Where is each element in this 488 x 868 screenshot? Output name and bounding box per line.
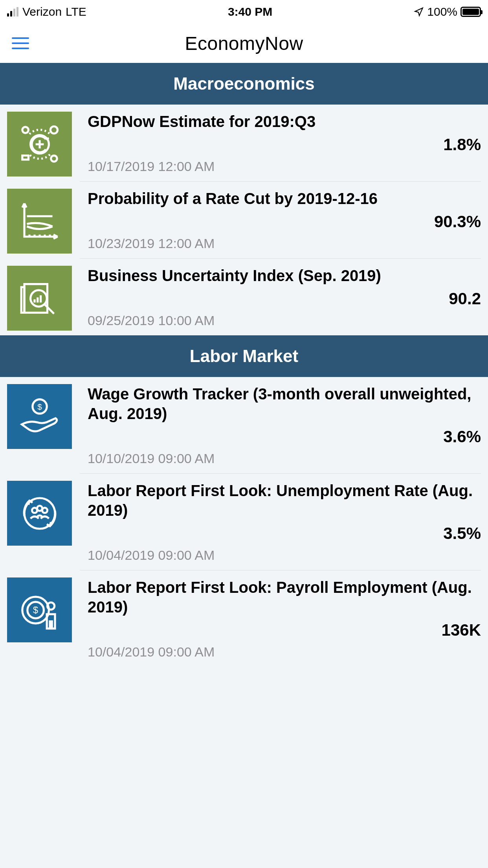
svg-text:$: $ <box>37 402 42 411</box>
list-item[interactable]: GDPNow Estimate for 2019:Q3 1.8% 10/17/2… <box>0 105 488 182</box>
status-right: 100% <box>414 5 481 18</box>
section-list-macroeconomics: GDPNow Estimate for 2019:Q3 1.8% 10/17/2… <box>0 105 488 335</box>
status-time: 3:40 PM <box>228 5 272 18</box>
chart-icon <box>7 189 72 254</box>
list-item[interactable]: Labor Report First Look: Unemployment Ra… <box>0 474 488 570</box>
app-title: EconomyNow <box>185 33 303 54</box>
status-bar: Verizon LTE 3:40 PM 100% <box>0 0 488 24</box>
list-item[interactable]: Business Uncertainty Index (Sep. 2019) 9… <box>0 259 488 335</box>
svg-text:$: $ <box>33 605 38 615</box>
svg-rect-4 <box>22 155 28 159</box>
item-date: 09/25/2019 10:00 AM <box>88 308 481 328</box>
svg-rect-5 <box>24 284 48 313</box>
item-date: 10/04/2019 09:00 AM <box>88 640 481 660</box>
item-value: 3.5% <box>88 524 481 543</box>
section-header-labor-market: Labor Market <box>0 335 488 377</box>
item-title: Business Uncertainty Index (Sep. 2019) <box>88 266 481 285</box>
magnifier-icon <box>7 266 72 331</box>
list-item[interactable]: Probability of a Rate Cut by 2019-12-16 … <box>0 182 488 259</box>
svg-rect-6 <box>21 287 24 313</box>
svg-point-3 <box>51 155 57 162</box>
item-date: 10/17/2019 12:00 AM <box>88 154 481 174</box>
hamburger-icon <box>12 37 29 39</box>
section-list-labor-market: $ Wage Growth Tracker (3-month overall u… <box>0 377 488 667</box>
battery-icon <box>460 7 481 17</box>
network-label: LTE <box>66 5 86 18</box>
item-title: Probability of a Rate Cut by 2019-12-16 <box>88 189 481 208</box>
item-value: 136K <box>88 621 481 640</box>
svg-point-13 <box>42 508 47 513</box>
signal-icon <box>7 7 18 17</box>
item-value: 3.6% <box>88 427 481 446</box>
item-date: 10/04/2019 09:00 AM <box>88 543 481 563</box>
item-title: GDPNow Estimate for 2019:Q3 <box>88 112 481 131</box>
svg-point-1 <box>22 127 28 133</box>
menu-button[interactable] <box>12 33 31 53</box>
cycle-icon <box>7 112 72 177</box>
location-icon <box>414 7 424 17</box>
item-date: 10/10/2019 09:00 AM <box>88 446 481 466</box>
item-title: Wage Growth Tracker (3-month overall unw… <box>88 384 481 423</box>
item-value: 90.2 <box>88 289 481 308</box>
svg-point-2 <box>50 126 57 133</box>
item-value: 90.3% <box>88 212 481 231</box>
item-title: Labor Report First Look: Payroll Employm… <box>88 577 481 617</box>
nav-bar: EconomyNow <box>0 24 488 63</box>
carrier-label: Verizon <box>22 5 62 18</box>
list-item[interactable]: $ Wage Growth Tracker (3-month overall u… <box>0 377 488 474</box>
hand-coin-icon: $ <box>7 384 72 449</box>
battery-pct: 100% <box>427 5 457 18</box>
people-icon <box>7 481 72 546</box>
status-left: Verizon LTE <box>7 5 86 18</box>
coin-man-icon: $ <box>7 577 72 642</box>
item-title: Labor Report First Look: Unemployment Ra… <box>88 481 481 520</box>
list-item[interactable]: $ Labor Report First Look: Payroll Emplo… <box>0 570 488 667</box>
section-header-macroeconomics: Macroeconomics <box>0 63 488 105</box>
item-date: 10/23/2019 12:00 AM <box>88 231 481 251</box>
item-value: 1.8% <box>88 135 481 154</box>
